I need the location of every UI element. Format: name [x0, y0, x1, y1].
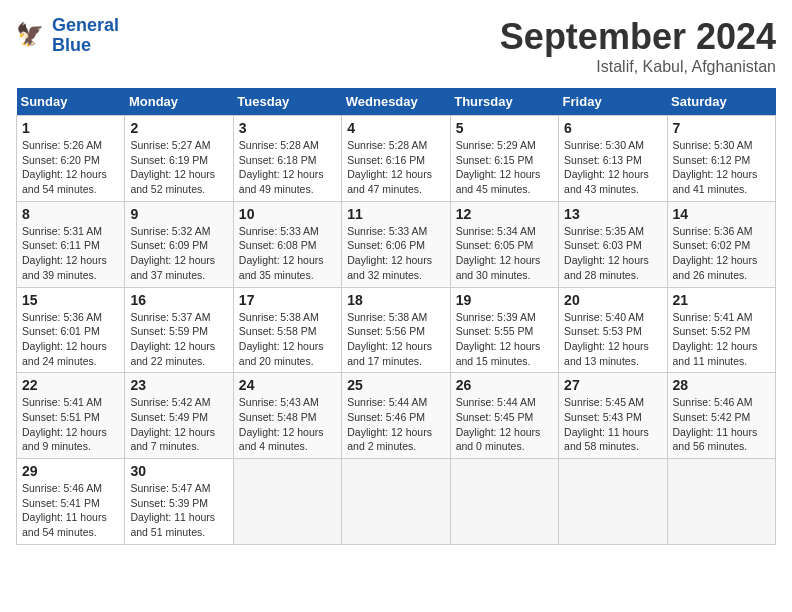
- sunset-label: Sunset: 5:55 PM: [456, 325, 534, 337]
- day-number: 2: [130, 120, 227, 136]
- calendar-cell: 18 Sunrise: 5:38 AM Sunset: 5:56 PM Dayl…: [342, 287, 450, 373]
- day-number: 20: [564, 292, 661, 308]
- calendar-cell: [233, 459, 341, 545]
- day-detail: Sunrise: 5:47 AM Sunset: 5:39 PM Dayligh…: [130, 481, 227, 540]
- calendar-cell: [559, 459, 667, 545]
- day-detail: Sunrise: 5:33 AM Sunset: 6:08 PM Dayligh…: [239, 224, 336, 283]
- daylight-label: Daylight: 11 hours and 51 minutes.: [130, 511, 215, 538]
- calendar-cell: 4 Sunrise: 5:28 AM Sunset: 6:16 PM Dayli…: [342, 116, 450, 202]
- daylight-label: Daylight: 12 hours and 39 minutes.: [22, 254, 107, 281]
- calendar-cell: 21 Sunrise: 5:41 AM Sunset: 5:52 PM Dayl…: [667, 287, 775, 373]
- sunrise-label: Sunrise: 5:37 AM: [130, 311, 210, 323]
- sunset-label: Sunset: 5:41 PM: [22, 497, 100, 509]
- sunset-label: Sunset: 5:46 PM: [347, 411, 425, 423]
- day-detail: Sunrise: 5:26 AM Sunset: 6:20 PM Dayligh…: [22, 138, 119, 197]
- calendar-week-row: 29 Sunrise: 5:46 AM Sunset: 5:41 PM Dayl…: [17, 459, 776, 545]
- sunset-label: Sunset: 5:51 PM: [22, 411, 100, 423]
- logo-line2: Blue: [52, 35, 91, 55]
- sunset-label: Sunset: 5:53 PM: [564, 325, 642, 337]
- day-detail: Sunrise: 5:44 AM Sunset: 5:46 PM Dayligh…: [347, 395, 444, 454]
- calendar-week-row: 8 Sunrise: 5:31 AM Sunset: 6:11 PM Dayli…: [17, 201, 776, 287]
- day-number: 1: [22, 120, 119, 136]
- sunrise-label: Sunrise: 5:28 AM: [347, 139, 427, 151]
- day-detail: Sunrise: 5:30 AM Sunset: 6:12 PM Dayligh…: [673, 138, 770, 197]
- day-detail: Sunrise: 5:43 AM Sunset: 5:48 PM Dayligh…: [239, 395, 336, 454]
- day-number: 29: [22, 463, 119, 479]
- calendar-cell: 17 Sunrise: 5:38 AM Sunset: 5:58 PM Dayl…: [233, 287, 341, 373]
- svg-text:🦅: 🦅: [16, 21, 44, 48]
- day-number: 10: [239, 206, 336, 222]
- daylight-label: Daylight: 12 hours and 37 minutes.: [130, 254, 215, 281]
- weekday-header: Tuesday: [233, 88, 341, 116]
- daylight-label: Daylight: 12 hours and 41 minutes.: [673, 168, 758, 195]
- day-number: 27: [564, 377, 661, 393]
- weekday-header: Monday: [125, 88, 233, 116]
- daylight-label: Daylight: 12 hours and 11 minutes.: [673, 340, 758, 367]
- calendar-cell: 13 Sunrise: 5:35 AM Sunset: 6:03 PM Dayl…: [559, 201, 667, 287]
- sunset-label: Sunset: 5:48 PM: [239, 411, 317, 423]
- day-detail: Sunrise: 5:40 AM Sunset: 5:53 PM Dayligh…: [564, 310, 661, 369]
- calendar-cell: 22 Sunrise: 5:41 AM Sunset: 5:51 PM Dayl…: [17, 373, 125, 459]
- day-number: 26: [456, 377, 553, 393]
- sunset-label: Sunset: 6:16 PM: [347, 154, 425, 166]
- weekday-header: Saturday: [667, 88, 775, 116]
- sunset-label: Sunset: 6:15 PM: [456, 154, 534, 166]
- day-detail: Sunrise: 5:28 AM Sunset: 6:18 PM Dayligh…: [239, 138, 336, 197]
- day-detail: Sunrise: 5:30 AM Sunset: 6:13 PM Dayligh…: [564, 138, 661, 197]
- calendar-cell: 7 Sunrise: 5:30 AM Sunset: 6:12 PM Dayli…: [667, 116, 775, 202]
- logo: 🦅 General Blue: [16, 16, 119, 56]
- day-number: 5: [456, 120, 553, 136]
- sunrise-label: Sunrise: 5:43 AM: [239, 396, 319, 408]
- sunrise-label: Sunrise: 5:27 AM: [130, 139, 210, 151]
- day-detail: Sunrise: 5:39 AM Sunset: 5:55 PM Dayligh…: [456, 310, 553, 369]
- daylight-label: Daylight: 12 hours and 9 minutes.: [22, 426, 107, 453]
- calendar-cell: 8 Sunrise: 5:31 AM Sunset: 6:11 PM Dayli…: [17, 201, 125, 287]
- daylight-label: Daylight: 12 hours and 13 minutes.: [564, 340, 649, 367]
- sunrise-label: Sunrise: 5:41 AM: [673, 311, 753, 323]
- daylight-label: Daylight: 12 hours and 22 minutes.: [130, 340, 215, 367]
- calendar-cell: 26 Sunrise: 5:44 AM Sunset: 5:45 PM Dayl…: [450, 373, 558, 459]
- calendar-week-row: 1 Sunrise: 5:26 AM Sunset: 6:20 PM Dayli…: [17, 116, 776, 202]
- sunset-label: Sunset: 5:49 PM: [130, 411, 208, 423]
- sunset-label: Sunset: 6:13 PM: [564, 154, 642, 166]
- sunrise-label: Sunrise: 5:46 AM: [22, 482, 102, 494]
- sunset-label: Sunset: 5:45 PM: [456, 411, 534, 423]
- day-detail: Sunrise: 5:36 AM Sunset: 6:01 PM Dayligh…: [22, 310, 119, 369]
- day-detail: Sunrise: 5:41 AM Sunset: 5:51 PM Dayligh…: [22, 395, 119, 454]
- day-number: 23: [130, 377, 227, 393]
- day-number: 19: [456, 292, 553, 308]
- logo-line1: General: [52, 15, 119, 35]
- day-number: 30: [130, 463, 227, 479]
- sunrise-label: Sunrise: 5:34 AM: [456, 225, 536, 237]
- daylight-label: Daylight: 12 hours and 7 minutes.: [130, 426, 215, 453]
- calendar-table: SundayMondayTuesdayWednesdayThursdayFrid…: [16, 88, 776, 545]
- sunrise-label: Sunrise: 5:36 AM: [673, 225, 753, 237]
- sunrise-label: Sunrise: 5:29 AM: [456, 139, 536, 151]
- calendar-cell: 10 Sunrise: 5:33 AM Sunset: 6:08 PM Dayl…: [233, 201, 341, 287]
- sunrise-label: Sunrise: 5:44 AM: [456, 396, 536, 408]
- calendar-header-row: SundayMondayTuesdayWednesdayThursdayFrid…: [17, 88, 776, 116]
- sunrise-label: Sunrise: 5:40 AM: [564, 311, 644, 323]
- day-detail: Sunrise: 5:33 AM Sunset: 6:06 PM Dayligh…: [347, 224, 444, 283]
- sunset-label: Sunset: 6:02 PM: [673, 239, 751, 251]
- day-number: 21: [673, 292, 770, 308]
- sunset-label: Sunset: 5:52 PM: [673, 325, 751, 337]
- calendar-cell: 2 Sunrise: 5:27 AM Sunset: 6:19 PM Dayli…: [125, 116, 233, 202]
- calendar-cell: 30 Sunrise: 5:47 AM Sunset: 5:39 PM Dayl…: [125, 459, 233, 545]
- daylight-label: Daylight: 12 hours and 49 minutes.: [239, 168, 324, 195]
- sunset-label: Sunset: 5:42 PM: [673, 411, 751, 423]
- daylight-label: Daylight: 12 hours and 28 minutes.: [564, 254, 649, 281]
- day-number: 8: [22, 206, 119, 222]
- page-header: 🦅 General Blue September 2024 Istalif, K…: [16, 16, 776, 76]
- weekday-header: Wednesday: [342, 88, 450, 116]
- day-number: 3: [239, 120, 336, 136]
- day-detail: Sunrise: 5:44 AM Sunset: 5:45 PM Dayligh…: [456, 395, 553, 454]
- daylight-label: Daylight: 12 hours and 2 minutes.: [347, 426, 432, 453]
- calendar-cell: 9 Sunrise: 5:32 AM Sunset: 6:09 PM Dayli…: [125, 201, 233, 287]
- weekday-header: Thursday: [450, 88, 558, 116]
- day-number: 17: [239, 292, 336, 308]
- sunset-label: Sunset: 6:18 PM: [239, 154, 317, 166]
- sunrise-label: Sunrise: 5:26 AM: [22, 139, 102, 151]
- sunset-label: Sunset: 6:11 PM: [22, 239, 100, 251]
- sunrise-label: Sunrise: 5:47 AM: [130, 482, 210, 494]
